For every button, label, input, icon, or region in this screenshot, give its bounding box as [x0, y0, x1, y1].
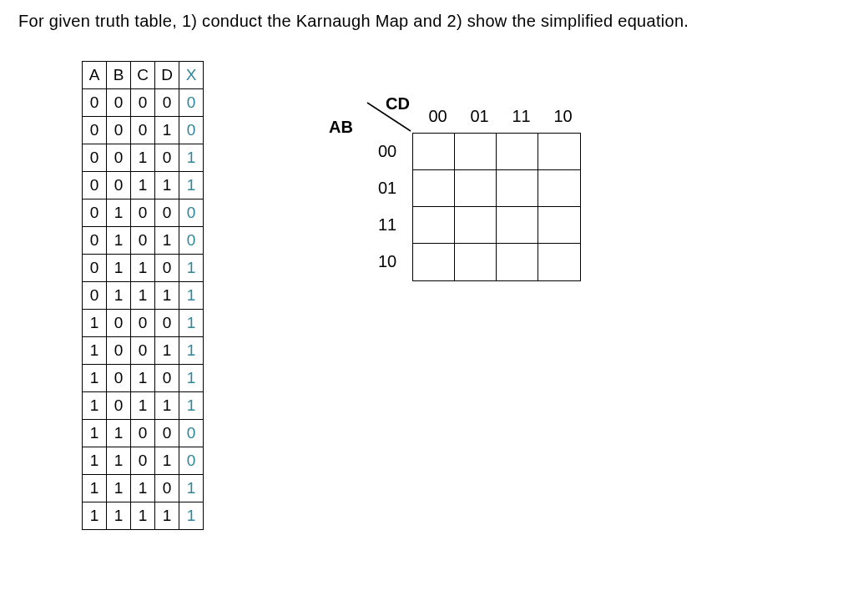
kmap-cell[interactable]	[455, 207, 497, 244]
kmap-cell[interactable]	[538, 244, 580, 280]
table-row: 11101	[83, 475, 204, 502]
cell-input: 1	[83, 420, 107, 447]
cell-input: 0	[131, 420, 155, 447]
kmap-grid	[412, 133, 581, 281]
cell-output: 1	[179, 392, 204, 420]
cell-input: 1	[131, 365, 155, 392]
cell-input: 0	[107, 89, 131, 117]
table-row: 11010	[83, 447, 204, 475]
kmap-cell[interactable]	[413, 170, 455, 207]
question-text: For given truth table, 1) conduct the Ka…	[18, 12, 835, 31]
kmap-cell[interactable]	[455, 134, 497, 170]
kmap-col-01: 01	[459, 99, 501, 133]
cell-input: 1	[131, 475, 155, 502]
cell-input: 1	[107, 227, 131, 255]
kmap-cell[interactable]	[455, 170, 497, 207]
cell-input: 0	[83, 117, 107, 144]
kmap-cell[interactable]	[497, 134, 538, 170]
cell-input: 0	[107, 144, 131, 172]
kmap-cell[interactable]	[538, 134, 580, 170]
cell-input: 1	[83, 365, 107, 392]
cell-input: 0	[155, 310, 179, 337]
kmap: CD AB 00 01 11 10 00 01 11 10	[329, 99, 584, 281]
cell-output: 1	[179, 475, 204, 502]
table-row: 10011	[83, 337, 204, 365]
kmap-cell[interactable]	[413, 134, 455, 170]
cell-output: 0	[179, 199, 204, 227]
cell-input: 1	[155, 392, 179, 420]
table-row: 00111	[83, 172, 204, 199]
cell-input: 0	[155, 89, 179, 117]
cell-input: 0	[155, 199, 179, 227]
cell-input: 0	[155, 144, 179, 172]
cell-input: 0	[83, 144, 107, 172]
cell-input: 1	[107, 475, 131, 502]
table-row: 00000	[83, 89, 204, 117]
cell-output: 1	[179, 144, 204, 172]
cell-input: 1	[107, 282, 131, 310]
cell-input: 1	[83, 447, 107, 475]
kmap-cell[interactable]	[497, 207, 538, 244]
th-c: C	[131, 62, 155, 89]
cell-input: 0	[107, 117, 131, 144]
cell-output: 1	[179, 172, 204, 199]
table-row: 01111	[83, 282, 204, 310]
cell-input: 0	[107, 392, 131, 420]
table-row: 11111	[83, 502, 204, 530]
kmap-row-11: 11	[362, 206, 412, 243]
cell-input: 0	[83, 89, 107, 117]
kmap-cell[interactable]	[538, 170, 580, 207]
cell-input: 1	[131, 144, 155, 172]
cell-input: 0	[131, 117, 155, 144]
kmap-row-01: 01	[362, 169, 412, 206]
cell-output: 1	[179, 255, 204, 282]
cell-input: 0	[83, 227, 107, 255]
kmap-cell[interactable]	[455, 244, 497, 280]
kmap-col-10: 10	[543, 99, 584, 133]
cell-output: 0	[179, 89, 204, 117]
kmap-row-00: 00	[362, 133, 412, 169]
kmap-ab-label: AB	[329, 118, 353, 137]
cell-input: 0	[107, 337, 131, 365]
cell-input: 0	[131, 199, 155, 227]
cell-output: 1	[179, 337, 204, 365]
cell-input: 0	[155, 365, 179, 392]
cell-input: 0	[107, 310, 131, 337]
truth-table: A B C D X 000000001000101001110100001010…	[82, 61, 204, 530]
cell-input: 0	[131, 337, 155, 365]
cell-input: 0	[155, 475, 179, 502]
th-d: D	[155, 62, 179, 89]
cell-output: 1	[179, 365, 204, 392]
cell-output: 0	[179, 117, 204, 144]
cell-input: 1	[155, 227, 179, 255]
table-row: 10101	[83, 365, 204, 392]
cell-input: 1	[131, 282, 155, 310]
cell-input: 1	[155, 282, 179, 310]
kmap-row-labels: 00 01 11 10	[362, 133, 412, 281]
cell-output: 1	[179, 310, 204, 337]
cell-input: 0	[107, 365, 131, 392]
table-row: 01101	[83, 255, 204, 282]
cell-input: 1	[131, 392, 155, 420]
cell-output: 0	[179, 227, 204, 255]
cell-input: 0	[155, 255, 179, 282]
kmap-cell[interactable]	[413, 207, 455, 244]
cell-input: 0	[131, 447, 155, 475]
table-row: 10001	[83, 310, 204, 337]
kmap-cell[interactable]	[413, 244, 455, 280]
kmap-cell[interactable]	[497, 170, 538, 207]
kmap-row-10: 10	[362, 243, 412, 280]
cell-input: 1	[83, 337, 107, 365]
cell-input: 1	[83, 392, 107, 420]
cell-output: 1	[179, 502, 204, 530]
cell-input: 1	[107, 255, 131, 282]
cell-input: 0	[107, 172, 131, 199]
cell-input: 0	[83, 282, 107, 310]
cell-input: 1	[131, 172, 155, 199]
kmap-cell[interactable]	[538, 207, 580, 244]
th-a: A	[83, 62, 107, 89]
cell-input: 1	[131, 255, 155, 282]
table-row: 00101	[83, 144, 204, 172]
kmap-cell[interactable]	[497, 244, 538, 280]
table-row: 00010	[83, 117, 204, 144]
